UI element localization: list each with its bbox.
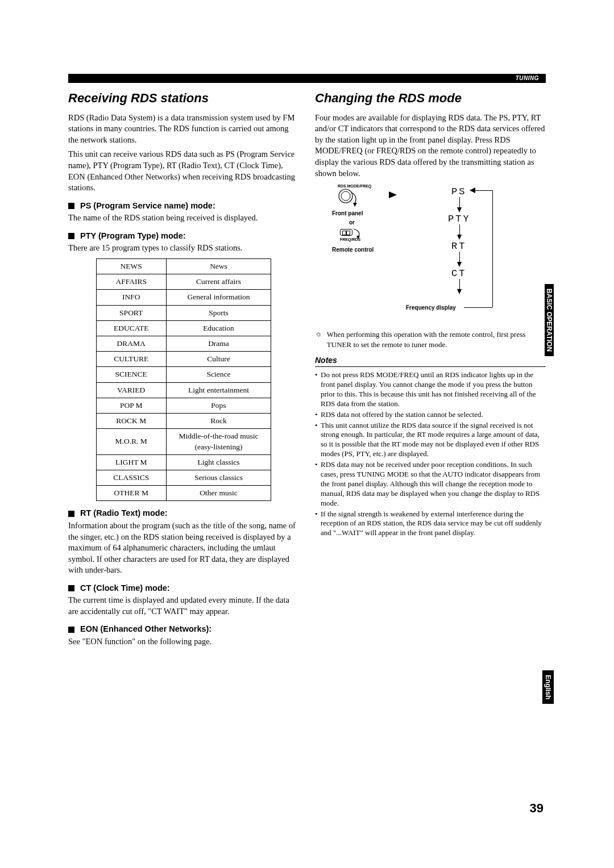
tip-row: ☼ When performing this operation with th… xyxy=(315,329,546,349)
table-cell: Current affairs xyxy=(166,274,271,290)
table-cell: CLASSICS xyxy=(96,470,166,485)
main-content: Receiving RDS stations RDS (Radio Data S… xyxy=(68,90,546,648)
table-cell: DRAMA xyxy=(96,336,166,351)
arrow-down-icon xyxy=(457,262,462,267)
table-cell: POP M xyxy=(96,398,166,413)
arrow-down-icon xyxy=(457,289,462,294)
list-item: RDS data may not be received under poor … xyxy=(315,460,546,508)
svg-marker-4 xyxy=(470,187,475,193)
table-row: CULTURECulture xyxy=(96,352,271,367)
knob-icon xyxy=(338,188,360,208)
freq-display-label: Frequency display xyxy=(406,304,456,312)
list-item: This unit cannot utilize the RDS data so… xyxy=(315,421,546,460)
eon-head: EON (Enhanced Other Networks): xyxy=(68,624,299,635)
top-bar-label: TUNING xyxy=(516,74,539,82)
ps-head: PS (Program Service name) mode: xyxy=(68,201,299,212)
table-row: CLASSICSSerious classics xyxy=(96,470,271,485)
arrow-down-icon xyxy=(457,207,462,212)
tip-text: When performing this operation with the … xyxy=(327,329,546,349)
side-tab-english: English xyxy=(542,670,554,704)
table-row: NEWSNews xyxy=(96,258,271,274)
ct-body: The current time is displayed and update… xyxy=(68,595,299,617)
table-row: EDUCATEEducation xyxy=(96,320,271,336)
rt-head: RT (Radio Text) mode: xyxy=(68,508,299,519)
table-row: LIGHT MLight classics xyxy=(96,454,271,470)
table-cell: Light classics xyxy=(166,454,271,470)
right-intro: Four modes are available for displaying … xyxy=(315,112,546,179)
notes-list: Do not press RDS MODE/FREQ until an RDS … xyxy=(315,370,546,538)
arrow-down-icon xyxy=(457,235,462,240)
table-row: SCIENCEScience xyxy=(96,367,271,382)
svg-marker-2 xyxy=(353,203,357,207)
table-row: DRAMADrama xyxy=(96,336,271,351)
tip-icon: ☼ xyxy=(315,329,322,339)
rt-body: Information about the program (such as t… xyxy=(68,520,299,576)
pty-body: There are 15 program types to classify R… xyxy=(68,243,299,254)
table-cell: Culture xyxy=(166,352,271,367)
left-intro1: RDS (Radio Data System) is a data transm… xyxy=(68,112,299,146)
or-label: or xyxy=(349,219,355,227)
ct-head: CT (Clock Time) mode: xyxy=(68,583,299,594)
table-row: ROCK MRock xyxy=(96,414,271,429)
table-cell: Serious classics xyxy=(166,470,271,485)
table-row: POP MPops xyxy=(96,398,271,413)
table-row: OTHER MOther music xyxy=(96,486,271,501)
table-cell: Middle-of-the-road music (easy-listening… xyxy=(166,429,271,454)
left-column: Receiving RDS stations RDS (Radio Data S… xyxy=(68,90,299,648)
table-cell: Drama xyxy=(166,336,271,351)
svg-point-1 xyxy=(341,191,350,201)
table-cell: AFFAIRS xyxy=(96,274,166,290)
table-cell: VARIED xyxy=(96,382,166,398)
left-title: Receiving RDS stations xyxy=(68,90,299,107)
right-title: Changing the RDS mode xyxy=(315,90,546,107)
remote-button-icon xyxy=(340,229,352,236)
table-cell: Pops xyxy=(166,398,271,413)
table-cell: M.O.R. M xyxy=(96,429,166,454)
rds-mode-diagram: RDS MODE/FREQ Front panel or FREQ/RDS Re… xyxy=(315,183,546,323)
table-cell: ROCK M xyxy=(96,414,166,429)
table-row: M.O.R. MMiddle-of-the-road music (easy-l… xyxy=(96,429,271,454)
freq-rds-label: FREQ/RDS xyxy=(340,237,360,242)
eon-body: See "EON function" on the following page… xyxy=(68,636,299,648)
notes-head: Notes xyxy=(315,355,546,367)
table-cell: Light entertainment xyxy=(166,382,271,398)
table-cell: OTHER M xyxy=(96,486,166,501)
right-column: Changing the RDS mode Four modes are ava… xyxy=(315,90,546,648)
list-item: If the signal strength is weakened by ex… xyxy=(315,510,546,539)
table-cell: SCIENCE xyxy=(96,367,166,382)
table-cell: Education xyxy=(166,320,271,336)
pty-head: PTY (Program Type) mode: xyxy=(68,231,299,242)
arrow-left-icon xyxy=(470,187,476,194)
front-panel-label: Front panel xyxy=(332,210,363,218)
table-cell: News xyxy=(166,258,271,274)
table-cell: General information xyxy=(166,290,271,305)
table-row: SPORTSports xyxy=(96,305,271,320)
table-row: INFOGeneral information xyxy=(96,290,271,305)
top-bar: TUNING xyxy=(68,74,546,83)
pty-table: NEWSNewsAFFAIRSCurrent affairsINFOGenera… xyxy=(96,258,272,502)
table-row: AFFAIRSCurrent affairs xyxy=(96,274,271,290)
table-cell: Other music xyxy=(166,486,271,501)
table-cell: INFO xyxy=(96,290,166,305)
remote-control-label: Remote control xyxy=(332,246,374,254)
list-item: RDS data not offered by the station cann… xyxy=(315,410,546,420)
table-cell: Sports xyxy=(166,305,271,320)
side-tab-basic-operation: BASIC OPERATION xyxy=(545,284,554,356)
table-cell: LIGHT M xyxy=(96,454,166,470)
ps-body: The name of the RDS station being receiv… xyxy=(68,212,299,224)
table-cell: NEWS xyxy=(96,258,166,274)
table-cell: EDUCATE xyxy=(96,320,166,336)
list-item: Do not press RDS MODE/FREQ until an RDS … xyxy=(315,370,546,409)
table-cell: SPORT xyxy=(96,305,166,320)
page-number: 39 xyxy=(530,800,544,817)
arrow-right-icon xyxy=(389,191,397,198)
table-row: VARIEDLight entertainment xyxy=(96,382,271,398)
table-cell: Science xyxy=(166,367,271,382)
left-intro2: This unit can receive various RDS data s… xyxy=(68,149,299,193)
table-cell: Rock xyxy=(166,414,271,429)
table-cell: CULTURE xyxy=(96,352,166,367)
